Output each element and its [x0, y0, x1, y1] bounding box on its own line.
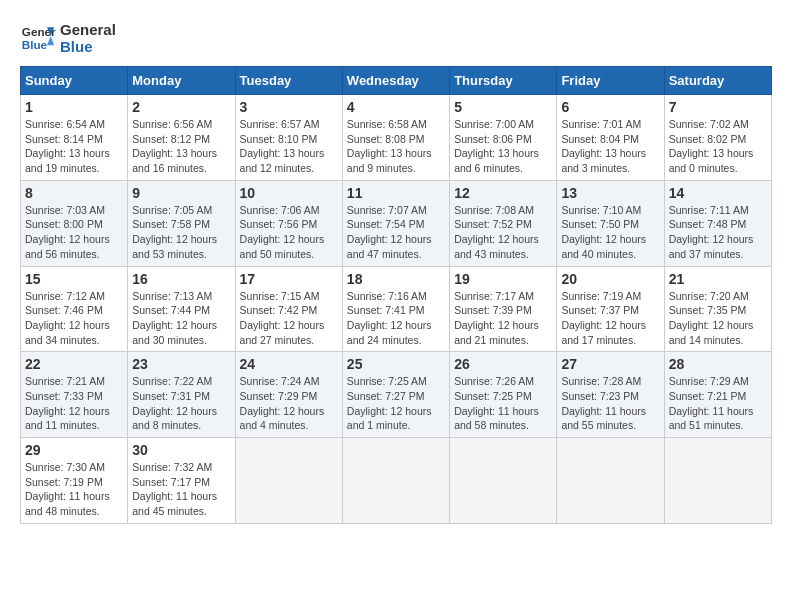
logo-icon: General Blue — [20, 20, 56, 56]
weekday-header-friday: Friday — [557, 67, 664, 95]
calendar-cell: 7Sunrise: 7:02 AMSunset: 8:02 PMDaylight… — [664, 95, 771, 181]
calendar-cell: 15Sunrise: 7:12 AMSunset: 7:46 PMDayligh… — [21, 266, 128, 352]
day-number: 7 — [669, 99, 767, 115]
day-number: 11 — [347, 185, 445, 201]
day-info: Sunrise: 7:17 AMSunset: 7:39 PMDaylight:… — [454, 289, 552, 348]
day-info: Sunrise: 7:13 AMSunset: 7:44 PMDaylight:… — [132, 289, 230, 348]
calendar-cell: 12Sunrise: 7:08 AMSunset: 7:52 PMDayligh… — [450, 180, 557, 266]
calendar-cell: 20Sunrise: 7:19 AMSunset: 7:37 PMDayligh… — [557, 266, 664, 352]
day-info: Sunrise: 7:24 AMSunset: 7:29 PMDaylight:… — [240, 374, 338, 433]
day-info: Sunrise: 6:58 AMSunset: 8:08 PMDaylight:… — [347, 117, 445, 176]
day-number: 26 — [454, 356, 552, 372]
day-number: 5 — [454, 99, 552, 115]
day-number: 2 — [132, 99, 230, 115]
calendar-cell: 29Sunrise: 7:30 AMSunset: 7:19 PMDayligh… — [21, 438, 128, 524]
day-number: 20 — [561, 271, 659, 287]
day-number: 16 — [132, 271, 230, 287]
day-info: Sunrise: 7:29 AMSunset: 7:21 PMDaylight:… — [669, 374, 767, 433]
day-number: 12 — [454, 185, 552, 201]
logo-blue: Blue — [60, 38, 116, 55]
day-number: 23 — [132, 356, 230, 372]
calendar-cell: 8Sunrise: 7:03 AMSunset: 8:00 PMDaylight… — [21, 180, 128, 266]
day-number: 1 — [25, 99, 123, 115]
day-number: 14 — [669, 185, 767, 201]
day-info: Sunrise: 7:06 AMSunset: 7:56 PMDaylight:… — [240, 203, 338, 262]
day-number: 4 — [347, 99, 445, 115]
svg-text:Blue: Blue — [22, 38, 48, 51]
day-number: 22 — [25, 356, 123, 372]
calendar-cell: 25Sunrise: 7:25 AMSunset: 7:27 PMDayligh… — [342, 352, 449, 438]
day-info: Sunrise: 7:26 AMSunset: 7:25 PMDaylight:… — [454, 374, 552, 433]
day-info: Sunrise: 7:19 AMSunset: 7:37 PMDaylight:… — [561, 289, 659, 348]
calendar-cell: 24Sunrise: 7:24 AMSunset: 7:29 PMDayligh… — [235, 352, 342, 438]
day-number: 6 — [561, 99, 659, 115]
day-info: Sunrise: 7:20 AMSunset: 7:35 PMDaylight:… — [669, 289, 767, 348]
day-number: 25 — [347, 356, 445, 372]
day-info: Sunrise: 7:01 AMSunset: 8:04 PMDaylight:… — [561, 117, 659, 176]
logo-general: General — [60, 21, 116, 38]
day-number: 30 — [132, 442, 230, 458]
day-info: Sunrise: 7:25 AMSunset: 7:27 PMDaylight:… — [347, 374, 445, 433]
calendar-cell: 6Sunrise: 7:01 AMSunset: 8:04 PMDaylight… — [557, 95, 664, 181]
day-info: Sunrise: 7:10 AMSunset: 7:50 PMDaylight:… — [561, 203, 659, 262]
weekday-header-tuesday: Tuesday — [235, 67, 342, 95]
calendar-cell: 28Sunrise: 7:29 AMSunset: 7:21 PMDayligh… — [664, 352, 771, 438]
calendar-cell: 2Sunrise: 6:56 AMSunset: 8:12 PMDaylight… — [128, 95, 235, 181]
day-info: Sunrise: 7:15 AMSunset: 7:42 PMDaylight:… — [240, 289, 338, 348]
calendar-cell — [557, 438, 664, 524]
day-number: 24 — [240, 356, 338, 372]
calendar-cell: 1Sunrise: 6:54 AMSunset: 8:14 PMDaylight… — [21, 95, 128, 181]
day-info: Sunrise: 6:57 AMSunset: 8:10 PMDaylight:… — [240, 117, 338, 176]
day-info: Sunrise: 7:11 AMSunset: 7:48 PMDaylight:… — [669, 203, 767, 262]
calendar-cell — [450, 438, 557, 524]
calendar-cell: 10Sunrise: 7:06 AMSunset: 7:56 PMDayligh… — [235, 180, 342, 266]
day-number: 8 — [25, 185, 123, 201]
weekday-header-monday: Monday — [128, 67, 235, 95]
calendar-cell: 3Sunrise: 6:57 AMSunset: 8:10 PMDaylight… — [235, 95, 342, 181]
calendar-cell: 23Sunrise: 7:22 AMSunset: 7:31 PMDayligh… — [128, 352, 235, 438]
day-number: 18 — [347, 271, 445, 287]
calendar-cell: 9Sunrise: 7:05 AMSunset: 7:58 PMDaylight… — [128, 180, 235, 266]
weekday-header-thursday: Thursday — [450, 67, 557, 95]
day-info: Sunrise: 7:12 AMSunset: 7:46 PMDaylight:… — [25, 289, 123, 348]
calendar-table: SundayMondayTuesdayWednesdayThursdayFrid… — [20, 66, 772, 524]
calendar-cell: 19Sunrise: 7:17 AMSunset: 7:39 PMDayligh… — [450, 266, 557, 352]
day-number: 27 — [561, 356, 659, 372]
calendar-cell: 13Sunrise: 7:10 AMSunset: 7:50 PMDayligh… — [557, 180, 664, 266]
header: General Blue General Blue — [20, 20, 772, 56]
calendar-cell: 30Sunrise: 7:32 AMSunset: 7:17 PMDayligh… — [128, 438, 235, 524]
day-number: 9 — [132, 185, 230, 201]
calendar-cell: 4Sunrise: 6:58 AMSunset: 8:08 PMDaylight… — [342, 95, 449, 181]
logo: General Blue General Blue — [20, 20, 116, 56]
day-info: Sunrise: 7:30 AMSunset: 7:19 PMDaylight:… — [25, 460, 123, 519]
calendar-cell: 27Sunrise: 7:28 AMSunset: 7:23 PMDayligh… — [557, 352, 664, 438]
day-number: 29 — [25, 442, 123, 458]
day-info: Sunrise: 7:05 AMSunset: 7:58 PMDaylight:… — [132, 203, 230, 262]
day-info: Sunrise: 6:56 AMSunset: 8:12 PMDaylight:… — [132, 117, 230, 176]
day-info: Sunrise: 6:54 AMSunset: 8:14 PMDaylight:… — [25, 117, 123, 176]
day-number: 19 — [454, 271, 552, 287]
calendar-cell: 22Sunrise: 7:21 AMSunset: 7:33 PMDayligh… — [21, 352, 128, 438]
day-number: 10 — [240, 185, 338, 201]
calendar-cell: 11Sunrise: 7:07 AMSunset: 7:54 PMDayligh… — [342, 180, 449, 266]
calendar-cell — [664, 438, 771, 524]
day-info: Sunrise: 7:03 AMSunset: 8:00 PMDaylight:… — [25, 203, 123, 262]
day-info: Sunrise: 7:21 AMSunset: 7:33 PMDaylight:… — [25, 374, 123, 433]
day-info: Sunrise: 7:16 AMSunset: 7:41 PMDaylight:… — [347, 289, 445, 348]
week-row-4: 22Sunrise: 7:21 AMSunset: 7:33 PMDayligh… — [21, 352, 772, 438]
week-row-1: 1Sunrise: 6:54 AMSunset: 8:14 PMDaylight… — [21, 95, 772, 181]
day-info: Sunrise: 7:08 AMSunset: 7:52 PMDaylight:… — [454, 203, 552, 262]
weekday-header-row: SundayMondayTuesdayWednesdayThursdayFrid… — [21, 67, 772, 95]
calendar-cell: 14Sunrise: 7:11 AMSunset: 7:48 PMDayligh… — [664, 180, 771, 266]
day-info: Sunrise: 7:32 AMSunset: 7:17 PMDaylight:… — [132, 460, 230, 519]
calendar-cell: 26Sunrise: 7:26 AMSunset: 7:25 PMDayligh… — [450, 352, 557, 438]
week-row-5: 29Sunrise: 7:30 AMSunset: 7:19 PMDayligh… — [21, 438, 772, 524]
day-info: Sunrise: 7:02 AMSunset: 8:02 PMDaylight:… — [669, 117, 767, 176]
day-number: 15 — [25, 271, 123, 287]
day-info: Sunrise: 7:22 AMSunset: 7:31 PMDaylight:… — [132, 374, 230, 433]
week-row-2: 8Sunrise: 7:03 AMSunset: 8:00 PMDaylight… — [21, 180, 772, 266]
calendar-cell: 18Sunrise: 7:16 AMSunset: 7:41 PMDayligh… — [342, 266, 449, 352]
weekday-header-sunday: Sunday — [21, 67, 128, 95]
day-number: 21 — [669, 271, 767, 287]
calendar-cell — [342, 438, 449, 524]
